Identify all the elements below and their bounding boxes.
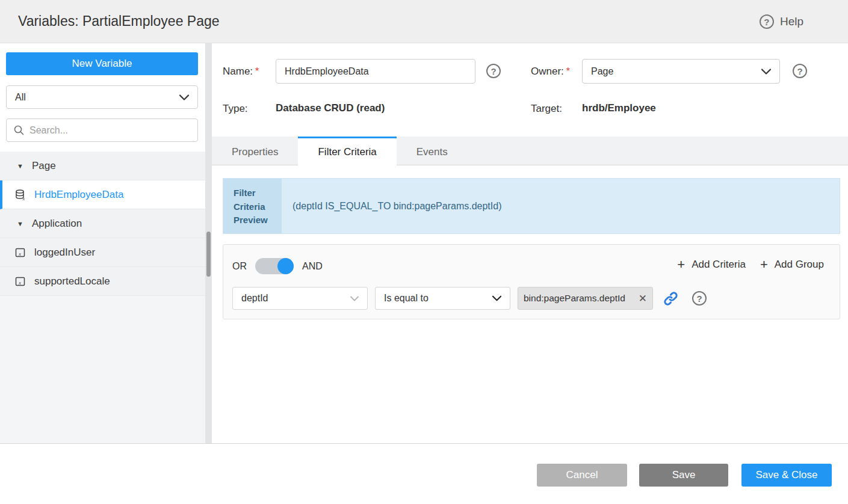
toggle-knob [277, 258, 294, 274]
tab-properties[interactable]: Properties [212, 137, 298, 165]
sidebar-item-hrdbemployeedata[interactable]: x HrdbEmployeeData [0, 180, 205, 209]
operator-select[interactable]: Is equal to [375, 287, 510, 310]
tab-filter-criteria[interactable]: Filter Criteria [298, 137, 396, 165]
variables-sidebar: New Variable All ▼ Page x HrdbEmployeeDa… [0, 43, 205, 443]
criteria-actions: + Add Criteria + Add Group [677, 258, 824, 271]
static-variable-icon: x [14, 275, 26, 287]
required-marker: * [566, 66, 570, 77]
name-label: Name: [223, 66, 253, 78]
owner-selected-value: Page [591, 66, 761, 77]
svg-text:x: x [22, 195, 25, 201]
sidebar-item-loggedinuser[interactable]: x loggedInUser [0, 238, 205, 267]
chevron-down-icon [350, 296, 359, 301]
help-circle-icon: ? [760, 14, 774, 29]
group-label: Page [32, 160, 56, 172]
variable-detail-panel: Name: * ? Owner: * Page ? Type: Database… [212, 43, 848, 443]
variable-search[interactable] [6, 118, 198, 142]
svg-text:x: x [18, 279, 21, 285]
preview-label: Filter Criteria Preview [223, 179, 282, 233]
dialog-header: Variables: PartialEmployee Page ? Help [0, 0, 848, 43]
static-variable-icon: x [14, 247, 26, 259]
search-icon [14, 125, 24, 135]
chevron-down-icon [761, 69, 771, 75]
variable-label: supportedLocale [34, 275, 110, 287]
help-button[interactable]: ? Help [760, 0, 803, 43]
logic-toggle-row: OR AND [232, 258, 323, 274]
new-variable-button[interactable]: New Variable [6, 52, 198, 75]
filter-criteria-preview: Filter Criteria Preview (deptId IS_EQUAL… [223, 178, 840, 234]
bind-link-icon[interactable] [663, 290, 679, 307]
add-group-button[interactable]: + Add Group [760, 258, 824, 271]
sidebar-group-application[interactable]: ▼ Application [0, 209, 205, 238]
variable-label: HrdbEmployeeData [34, 189, 123, 201]
search-input[interactable] [29, 125, 190, 136]
required-marker: * [255, 66, 259, 77]
collapse-triangle-icon[interactable]: ▼ [17, 162, 24, 170]
chevron-down-icon [492, 295, 501, 301]
criteria-row: deptId Is equal to bind:pageParams.deptI… [232, 287, 707, 310]
database-variable-icon: x [14, 189, 26, 201]
field-selected-value: deptId [241, 293, 350, 304]
filter-selected-value: All [15, 92, 179, 103]
variables-dialog: Variables: PartialEmployee Page ? Help N… [0, 0, 848, 504]
criteria-help-icon[interactable]: ? [692, 291, 707, 306]
operator-selected-value: Is equal to [384, 293, 492, 304]
variable-type-filter-select[interactable]: All [6, 85, 198, 109]
add-criteria-button[interactable]: + Add Criteria [677, 258, 746, 271]
and-label: AND [302, 261, 323, 272]
chevron-down-icon [179, 94, 189, 100]
group-label: Application [32, 218, 82, 230]
and-or-toggle[interactable] [255, 258, 294, 274]
add-criteria-label: Add Criteria [692, 259, 746, 271]
variable-list: ▼ Page x HrdbEmployeeData ▼ Application … [0, 152, 205, 296]
tab-bar: Properties Filter Criteria Events [212, 137, 848, 165]
help-label: Help [780, 15, 803, 28]
save-button[interactable]: Save [639, 464, 728, 487]
dialog-footer: Cancel Save Save & Close [0, 444, 848, 504]
clear-binding-icon[interactable]: ✕ [637, 292, 647, 305]
field-select[interactable]: deptId [232, 287, 368, 310]
type-value: Database CRUD (read) [276, 102, 385, 114]
bound-value-chip[interactable]: bind:pageParams.deptId ✕ [518, 287, 653, 310]
collapse-triangle-icon[interactable]: ▼ [17, 220, 24, 227]
page-title: Variables: PartialEmployee Page [18, 13, 220, 29]
plus-icon: + [760, 258, 768, 271]
owner-select[interactable]: Page [582, 59, 780, 84]
name-help-icon[interactable]: ? [486, 64, 501, 78]
tab-events[interactable]: Events [397, 137, 468, 165]
sidebar-empty-area [0, 296, 205, 443]
target-value: hrdb/Employee [582, 102, 656, 114]
plus-icon: + [677, 258, 685, 271]
sidebar-item-supportedlocale[interactable]: x supportedLocale [0, 267, 205, 296]
name-input[interactable] [276, 59, 475, 84]
owner-label: Owner: [531, 66, 564, 78]
cancel-button[interactable]: Cancel [537, 464, 627, 487]
bound-value-text: bind:pageParams.deptId [524, 293, 637, 304]
sidebar-group-page[interactable]: ▼ Page [0, 152, 205, 180]
variable-label: loggedInUser [34, 247, 95, 259]
add-group-label: Add Group [775, 259, 824, 271]
svg-text:x: x [18, 250, 21, 256]
sidebar-scrollbar-track [205, 43, 212, 443]
type-label: Type: [223, 103, 248, 115]
criteria-group: OR AND + Add Criteria + Add Group dept [223, 244, 840, 319]
sidebar-scrollbar-thumb[interactable] [206, 232, 211, 277]
or-label: OR [232, 261, 247, 272]
owner-help-icon[interactable]: ? [793, 64, 807, 78]
preview-expression: (deptId IS_EQUAL_TO bind:pageParams.dept… [282, 179, 840, 233]
target-label: Target: [531, 103, 562, 115]
save-and-close-button[interactable]: Save & Close [741, 464, 832, 487]
